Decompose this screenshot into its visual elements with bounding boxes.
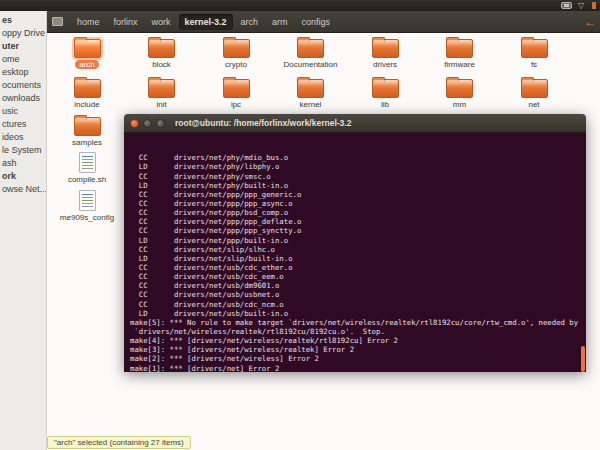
- pathbar-crumb-forlinx[interactable]: forlinx: [108, 14, 144, 30]
- sidebar-item[interactable]: esktop: [0, 66, 46, 79]
- terminal-line: LD drivers/net/ppp/built-in.o: [130, 236, 584, 245]
- folder-crypto[interactable]: crypto: [201, 39, 271, 69]
- icon-label: block: [148, 60, 175, 69]
- folder-net[interactable]: net: [499, 79, 569, 109]
- folder-icon: [521, 79, 548, 98]
- sidebar-item[interactable]: ome: [0, 53, 46, 66]
- icon-label: firmware: [440, 60, 479, 69]
- sidebar-item[interactable]: uter: [0, 40, 46, 53]
- icon-label: ipc: [227, 100, 245, 109]
- pathbar-overflow-arrow-icon[interactable]: ←: [584, 17, 596, 27]
- terminal-window: root@ubuntu: /home/forlinx/work/kernel-3…: [124, 114, 586, 372]
- terminal-line: LD drivers/net/phy/built-in.o: [130, 181, 584, 190]
- pathbar-crumb-arch[interactable]: arch: [235, 14, 265, 30]
- folder-lib[interactable]: lib: [350, 79, 420, 109]
- folder-icon: [446, 39, 473, 58]
- terminal-line: CC drivers/net/phy/smsc.o: [130, 172, 584, 181]
- terminal-line: CC drivers/net/phy/mdio_bus.o: [130, 153, 584, 162]
- sidebar-item[interactable]: ash: [0, 157, 46, 170]
- terminal-line: LD drivers/net/phy/libphy.o: [130, 162, 584, 171]
- chevron-down-icon[interactable]: ▽: [578, 2, 586, 10]
- status-tooltip: "arch" selected (containing 27 items): [47, 436, 191, 449]
- terminal-line: CC drivers/net/ppp/ppp_generic.o: [130, 190, 584, 199]
- folder-icon: [446, 79, 473, 98]
- terminal-line: CC drivers/net/usb/cdc_eem.o: [130, 272, 584, 281]
- icon-label: net: [524, 100, 543, 109]
- terminal-line: CC drivers/net/usb/dm9601.o: [130, 281, 584, 290]
- icon-label: fs: [527, 60, 541, 69]
- terminal-line: LD drivers/net/slip/built-in.o: [130, 254, 584, 263]
- folder-icon: [223, 39, 250, 58]
- sidebar-item[interactable]: ownloads: [0, 92, 46, 105]
- folder-include[interactable]: include: [52, 79, 122, 109]
- folder-icon: [521, 39, 548, 58]
- folder-block[interactable]: block: [127, 39, 197, 69]
- top-panel: ▽: [0, 0, 600, 11]
- folder-drivers[interactable]: drivers: [350, 39, 420, 69]
- pathbar-crumb-kernel-3.2[interactable]: kernel-3.2: [179, 14, 233, 30]
- folder-icon: [297, 79, 324, 98]
- folder-mm[interactable]: mm: [425, 79, 495, 109]
- close-button[interactable]: [130, 119, 139, 128]
- maximize-button[interactable]: [156, 119, 165, 128]
- folder-fs[interactable]: fs: [499, 39, 569, 69]
- folder-firmware[interactable]: firmware: [425, 39, 495, 69]
- icon-label: me909s_config: [56, 213, 118, 222]
- terminal-output[interactable]: CC drivers/net/phy/mdio_bus.o LD drivers…: [124, 133, 586, 372]
- terminal-line: CC drivers/net/slip/slhc.o: [130, 245, 584, 254]
- minimize-button[interactable]: [143, 119, 152, 128]
- text-file-icon: [79, 152, 96, 173]
- terminal-scrollbar-thumb[interactable]: [581, 346, 585, 372]
- folder-samples[interactable]: samples: [52, 117, 122, 147]
- folder-icon: [223, 79, 250, 98]
- sidebar-item[interactable]: ork: [0, 170, 46, 183]
- icon-label: samples: [68, 138, 106, 147]
- icon-label: drivers: [369, 60, 401, 69]
- computer-icon[interactable]: [52, 17, 63, 26]
- sidebar-item[interactable]: ocuments: [0, 79, 46, 92]
- icon-label: init: [152, 100, 170, 109]
- folder-icon: [74, 39, 101, 58]
- sidebar-item[interactable]: ideos: [0, 131, 46, 144]
- icon-label: kernel: [296, 100, 326, 109]
- sidebar-item[interactable]: es: [0, 14, 46, 27]
- terminal-line: make[2]: *** [drivers/net/wireless] Erro…: [130, 354, 584, 363]
- terminal-line: LD drivers/net/usb/built-in.o: [130, 309, 584, 318]
- sidebar-item[interactable]: oppy Drive: [0, 27, 46, 40]
- sidebar-item[interactable]: ctures: [0, 118, 46, 131]
- sidebar-item[interactable]: usic: [0, 105, 46, 118]
- terminal-line: CC drivers/net/usb/usbnet.o: [130, 290, 584, 299]
- terminal-line: CC drivers/net/ppp/ppp_synctty.o: [130, 226, 584, 235]
- terminal-line: make[3]: *** [drivers/net/wireless/realt…: [130, 345, 584, 354]
- folder-init[interactable]: init: [127, 79, 197, 109]
- icon-label: arch: [75, 60, 99, 69]
- file-me909s_config[interactable]: me909s_config: [52, 190, 122, 222]
- cropped-indicator-icon[interactable]: [592, 2, 596, 9]
- file-compile.sh[interactable]: compile.sh: [52, 152, 122, 184]
- places-sidebar: esoppy Driveuteromeesktopocumentsownload…: [0, 11, 47, 450]
- terminal-line: CC drivers/net/usb/cdc_ether.o: [130, 263, 584, 272]
- sidebar-item[interactable]: owse Net...: [0, 183, 46, 196]
- pathbar-crumb-arm[interactable]: arm: [266, 14, 294, 30]
- text-file-icon: [79, 190, 96, 211]
- icon-label: compile.sh: [64, 175, 110, 184]
- folder-arch[interactable]: arch: [52, 39, 122, 69]
- pathbar-crumb-configs[interactable]: configs: [296, 14, 337, 30]
- folder-kernel[interactable]: kernel: [276, 79, 346, 109]
- folder-icon: [148, 39, 175, 58]
- folder-ipc[interactable]: ipc: [201, 79, 271, 109]
- sidebar-item[interactable]: le System: [0, 144, 46, 157]
- pathbar: homeforlinxworkkernel-3.2archarmconfigs …: [47, 11, 600, 33]
- folder-icon: [297, 39, 324, 58]
- terminal-line: make[5]: *** No rule to make target `dri…: [130, 318, 584, 327]
- terminal-title: root@ubuntu: /home/forlinx/work/kernel-3…: [175, 118, 351, 128]
- terminal-line: CC drivers/net/ppp/ppp_async.o: [130, 199, 584, 208]
- keyboard-indicator-icon[interactable]: [561, 2, 572, 9]
- folder-icon: [372, 79, 399, 98]
- icon-label: mm: [449, 100, 470, 109]
- terminal-line: CC drivers/net/ppp/bsd_comp.o: [130, 208, 584, 217]
- pathbar-crumb-home[interactable]: home: [71, 14, 106, 30]
- folder-Documentation[interactable]: Documentation: [276, 39, 346, 69]
- pathbar-crumb-work[interactable]: work: [146, 14, 177, 30]
- terminal-titlebar[interactable]: root@ubuntu: /home/forlinx/work/kernel-3…: [124, 114, 586, 133]
